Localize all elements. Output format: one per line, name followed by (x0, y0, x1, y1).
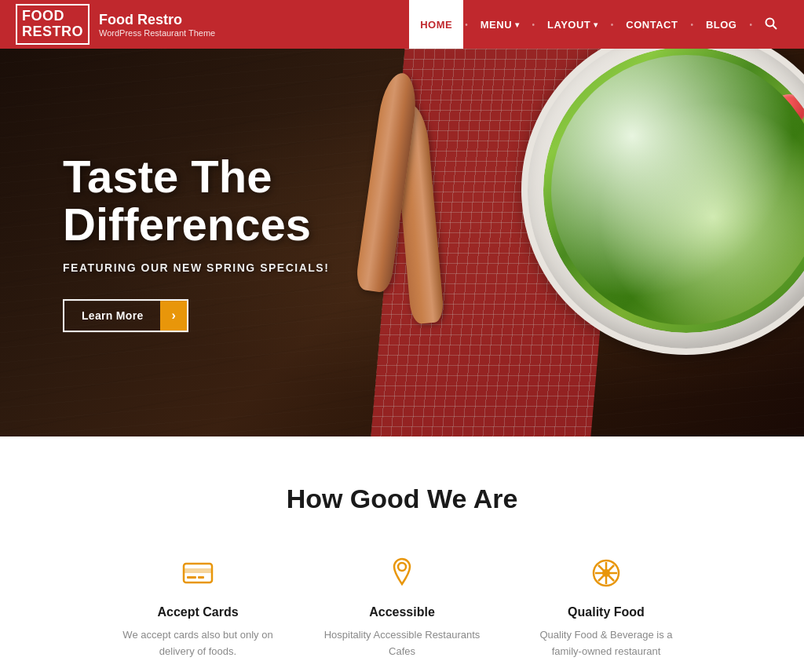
nav-dot-1: • (465, 20, 468, 29)
logo-box: Food Restro (16, 4, 90, 45)
feature-cards-desc: We accept cards also but only on deliver… (119, 627, 276, 660)
feature-cards-name: Accept Cards (157, 605, 238, 619)
feature-quality-desc: Quality Food & Beverage is a family-owne… (528, 627, 685, 660)
learn-more-button[interactable]: Learn More › (63, 299, 188, 332)
svg-line-1 (773, 25, 777, 29)
feature-quality-name: Quality Food (568, 605, 645, 619)
svg-rect-5 (198, 576, 204, 579)
feature-accessible-name: Accessible (369, 605, 435, 619)
nav-dot-3: • (611, 20, 614, 29)
features-grid: Accept Cards We accept cards also but on… (31, 553, 773, 660)
svg-point-6 (398, 563, 406, 571)
svg-rect-3 (184, 568, 212, 573)
pin-icon (377, 553, 427, 593)
features-section: How Good We Are Accept Cards We accept c… (0, 436, 804, 672)
site-tagline: WordPress Restaurant Theme (99, 28, 215, 38)
feature-cards: Accept Cards We accept cards also but on… (119, 553, 276, 660)
nav-dot-4: • (690, 20, 693, 29)
nav-dot-2: • (532, 20, 535, 29)
feature-accessible: Accessible Hospitality Accessible Restau… (323, 553, 481, 660)
svg-rect-4 (187, 576, 196, 579)
learn-more-label: Learn More (64, 301, 160, 330)
snowflake-icon (581, 553, 631, 593)
nav-contact[interactable]: CONTACT (615, 0, 689, 49)
nav-home[interactable]: HOME (409, 0, 463, 49)
svg-point-0 (766, 18, 774, 26)
feature-accessible-desc: Hospitality Accessible Restaurants Cafes (323, 627, 481, 660)
feature-quality: Quality Food Quality Food & Beverage is … (528, 553, 685, 660)
nav-layout[interactable]: LAYOUT ▾ (536, 0, 609, 49)
hero-section: Taste The Differences FEATURING OUR NEW … (0, 49, 804, 436)
nav-dot-5: • (749, 20, 752, 29)
site-name: Food Restro (99, 12, 215, 28)
nav-blog[interactable]: BLOG (695, 0, 748, 49)
logo-area: Food Restro Food Restro WordPress Restau… (16, 4, 215, 45)
logo-line1: Food (22, 9, 83, 24)
menu-dropdown-arrow: ▾ (515, 20, 520, 29)
layout-dropdown-arrow: ▾ (594, 20, 598, 29)
logo-text: Food Restro WordPress Restaurant Theme (99, 12, 215, 38)
main-nav: HOME • MENU ▾ • LAYOUT ▾ • CONTACT • BLO… (215, 0, 788, 49)
card-icon (173, 553, 223, 593)
hero-content: Taste The Differences FEATURING OUR NEW … (63, 153, 329, 332)
site-header: Food Restro Food Restro WordPress Restau… (0, 0, 804, 49)
search-icon[interactable] (754, 17, 788, 32)
nav-menu[interactable]: MENU ▾ (470, 0, 531, 49)
hero-subtitle: FEATURING OUR NEW SPRING SPECIALS! (63, 261, 329, 274)
hero-title: Taste The Differences (63, 153, 329, 249)
features-title: How Good We Are (31, 484, 773, 514)
logo-line2: Restro (22, 24, 83, 40)
learn-more-arrow: › (160, 301, 186, 331)
